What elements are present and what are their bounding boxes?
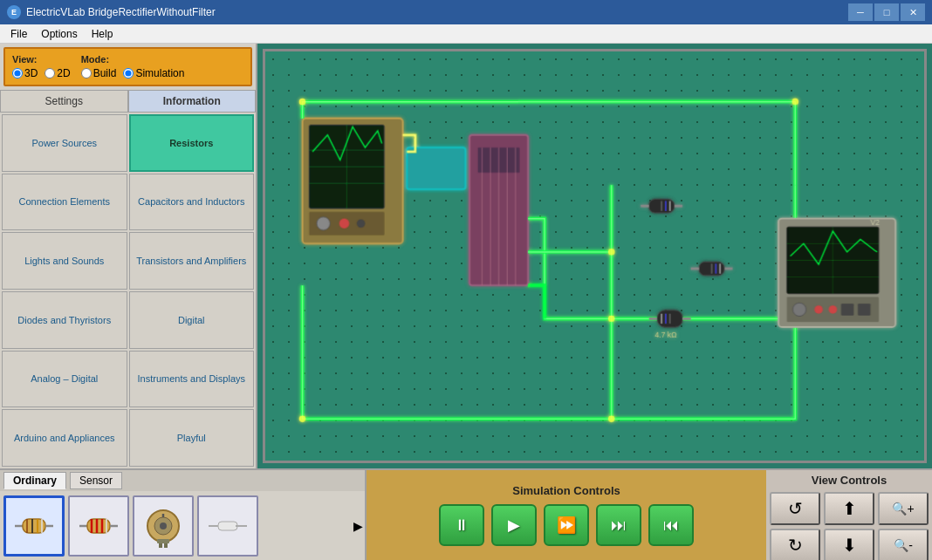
svg-point-55 (792, 99, 798, 106)
sim-pause-button[interactable]: ⏸ (439, 504, 484, 546)
svg-rect-52 (841, 304, 853, 315)
app-icon: E (7, 5, 21, 19)
minimize-button[interactable]: ─ (848, 3, 873, 21)
circuit-display: 4.7 kΩ V2 (265, 51, 924, 461)
svg-point-7 (317, 217, 330, 230)
comp-playful[interactable]: Playful (129, 409, 255, 467)
left-panel: View: 3D 2D Mode: (0, 44, 257, 468)
svg-point-50 (814, 305, 823, 314)
svg-point-56 (608, 249, 615, 256)
component-tray: Ordinary Sensor (0, 470, 367, 560)
comp-digital[interactable]: Digital (129, 291, 255, 349)
menu-file[interactable]: File (3, 26, 34, 42)
view-tilt-up-button[interactable]: ⬆ (824, 492, 874, 525)
tray-item-potentiometer[interactable] (133, 495, 194, 557)
svg-point-8 (339, 218, 349, 228)
svg-point-49 (792, 303, 805, 316)
view-2d-label[interactable]: 2D (45, 67, 70, 79)
comp-resistors[interactable]: Resistors (129, 114, 255, 172)
simulation-controls: Simulation Controls ⏸ ▶ ⏩ ⏭ ⏮ (367, 470, 766, 560)
sim-reset-button[interactable]: ⏮ (648, 504, 694, 546)
sim-fast-forward-button[interactable]: ⏩ (544, 504, 589, 546)
mode-simulation-label[interactable]: Simulation (123, 67, 184, 79)
svg-point-76 (160, 522, 167, 529)
mode-build-label[interactable]: Build (81, 67, 117, 79)
sim-step-forward-button[interactable]: ⏭ (596, 504, 641, 546)
svg-point-58 (608, 415, 615, 422)
view-rotate-right-button[interactable]: ↻ (770, 529, 820, 560)
component-grid: Power Sources Resistors Connection Eleme… (0, 113, 256, 468)
svg-point-57 (608, 315, 615, 322)
comp-arduino-appliances[interactable]: Arduino and Appliances (2, 409, 127, 467)
mode-simulation-radio[interactable] (123, 68, 134, 79)
view-button-grid: ↺ ⬆ 🔍+ ↻ ⬇ 🔍- (770, 492, 929, 560)
svg-text:V2: V2 (870, 218, 880, 227)
view-2d-radio[interactable] (45, 68, 55, 79)
svg-rect-78 (157, 539, 169, 543)
comp-capacitors-inductors[interactable]: Capacitors and Inductors (129, 174, 255, 231)
view-tilt-down-button[interactable]: ⬇ (824, 529, 874, 560)
comp-lights-sounds[interactable]: Lights and Sounds (2, 232, 127, 290)
tray-tab-ordinary[interactable]: Ordinary (3, 472, 66, 489)
view-zoom-out-button[interactable]: 🔍- (878, 529, 929, 560)
view-label: View: (12, 54, 71, 65)
menu-options[interactable]: Options (34, 26, 84, 42)
window-title: ElectricVLab BridgeRectifierWithoutFilte… (26, 6, 216, 18)
svg-rect-17 (407, 147, 465, 189)
view-controls: View Controls ↺ ⬆ 🔍+ ↻ ⬇ 🔍- (766, 470, 932, 560)
view-rotate-left-button[interactable]: ↺ (770, 492, 820, 525)
svg-point-54 (299, 99, 306, 106)
tab-information[interactable]: Information (128, 90, 257, 113)
comp-diodes-thyristors[interactable]: Diodes and Thyristors (2, 291, 127, 349)
comp-power-sources[interactable]: Power Sources (2, 114, 127, 172)
svg-rect-53 (858, 304, 870, 315)
canvas-border: 4.7 kΩ V2 (263, 49, 927, 463)
comp-instruments-displays[interactable]: Instruments and Displays (129, 351, 255, 408)
view-controls-label: View Controls (812, 474, 887, 487)
comp-transistors-amplifiers[interactable]: Transistors and Amplifiers (129, 232, 255, 290)
svg-rect-79 (159, 543, 162, 548)
tray-item-resistor-2[interactable] (68, 495, 129, 557)
tabs-bar: Settings Information (0, 90, 256, 113)
tray-item-resistor-small[interactable] (197, 495, 258, 557)
simulation-buttons: ⏸ ▶ ⏩ ⏭ ⏮ (439, 504, 694, 546)
svg-rect-80 (164, 543, 168, 548)
svg-point-51 (829, 305, 838, 314)
menu-bar: File Options Help (0, 24, 932, 44)
menu-help[interactable]: Help (85, 26, 120, 42)
comp-connection-elements[interactable]: Connection Elements (2, 174, 127, 231)
svg-point-59 (299, 415, 306, 422)
title-bar: E ElectricVLab BridgeRectifierWithoutFil… (0, 0, 932, 24)
tray-tab-sensor[interactable]: Sensor (70, 472, 122, 489)
bottom-panel: Ordinary Sensor (0, 468, 932, 560)
svg-text:4.7 kΩ: 4.7 kΩ (654, 330, 677, 338)
simulation-controls-label: Simulation Controls (512, 484, 620, 497)
svg-rect-82 (218, 522, 237, 530)
canvas-area[interactable]: 4.7 kΩ V2 (257, 44, 932, 468)
comp-analog-digital[interactable]: Analog – Digital (2, 351, 127, 408)
mode-build-radio[interactable] (81, 68, 92, 79)
tray-items (0, 492, 352, 560)
view-mode-bar: View: 3D 2D Mode: (3, 47, 252, 86)
tray-scroll-right[interactable]: ▶ (352, 517, 365, 535)
view-zoom-in-button[interactable]: 🔍+ (878, 492, 929, 525)
mode-label: Mode: (81, 54, 185, 65)
view-3d-label[interactable]: 3D (12, 67, 38, 79)
svg-point-9 (357, 219, 366, 228)
close-button[interactable]: ✕ (901, 3, 925, 21)
sim-play-button[interactable]: ▶ (491, 504, 537, 546)
tray-item-resistor-1[interactable] (3, 495, 65, 557)
view-3d-radio[interactable] (12, 68, 23, 79)
tab-settings[interactable]: Settings (0, 90, 128, 113)
maximize-button[interactable]: □ (874, 3, 899, 21)
tray-tabs: Ordinary Sensor (0, 470, 365, 491)
